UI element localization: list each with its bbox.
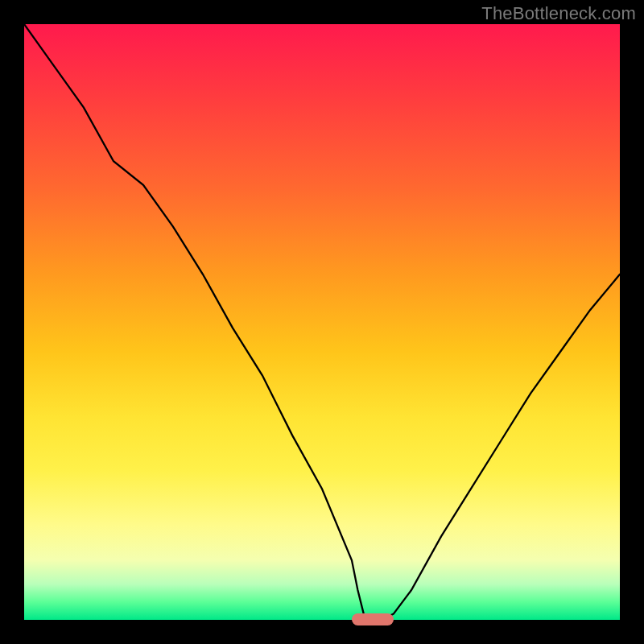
optimum-marker [352,613,394,625]
curve-path [24,24,620,620]
plot-area [24,24,620,620]
bottleneck-curve [24,24,620,620]
chart-frame: TheBottleneck.com [0,0,644,644]
watermark-text: TheBottleneck.com [481,3,636,24]
